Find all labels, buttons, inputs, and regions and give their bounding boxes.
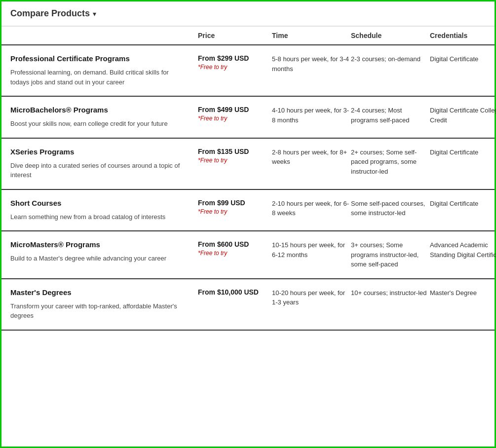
product-desc-professional-certificate: Professional learning, on demand. Build … [10, 68, 188, 87]
credentials-cell-short-courses: Digital Certificate [430, 199, 496, 209]
product-name-short-courses: Short Courses [10, 199, 188, 207]
schedule-cell-short-courses: Some self-paced courses, some instructor… [351, 199, 430, 218]
col-header-credentials: Credentials [430, 32, 496, 39]
product-name-masters-degrees: Master's Degrees [10, 288, 188, 297]
product-info-microbachelors: MicroBachelors® Programs Boost your skil… [10, 106, 198, 129]
price-free-micromasters: *Free to try [198, 250, 272, 257]
credentials-cell-professional-certificate: Digital Certificate [430, 54, 496, 64]
schedule-cell-professional-certificate: 2-3 courses; on-demand [351, 54, 430, 64]
price-free-professional-certificate: *Free to try [198, 64, 272, 71]
product-info-short-courses: Short Courses Learn something new from a… [10, 199, 198, 222]
table-rows: Professional Certificate Programs Profes… [1, 45, 495, 331]
price-block-professional-certificate: From $299 USD *Free to try [198, 54, 272, 71]
price-main-xseries: From $135 USD [198, 148, 272, 155]
credentials-cell-micromasters: Advanced Academic Standing Digital Certi… [430, 240, 496, 260]
product-info-professional-certificate: Professional Certificate Programs Profes… [10, 54, 198, 87]
product-desc-microbachelors: Boost your skills now, earn college cred… [10, 119, 188, 129]
product-name-micromasters: MicroMasters® Programs [10, 240, 188, 249]
table-headers: Price Time Schedule Credentials [1, 27, 495, 45]
product-desc-micromasters: Build to a Master's degree while advanci… [10, 254, 188, 263]
compare-products-container: Compare Products ▾ Price Time Schedule C… [0, 0, 496, 448]
table-row: XSeries Programs Dive deep into a curate… [1, 139, 495, 190]
col-header-name [10, 32, 198, 39]
price-block-micromasters: From $600 USD *Free to try [198, 240, 272, 257]
col-header-schedule: Schedule [351, 32, 430, 39]
price-free-xseries: *Free to try [198, 157, 272, 164]
price-main-masters-degrees: From $10,000 USD [198, 288, 272, 296]
product-name-professional-certificate: Professional Certificate Programs [10, 54, 188, 63]
time-cell-xseries: 2-8 hours per week, for 8+ weeks [272, 148, 351, 167]
price-main-short-courses: From $99 USD [198, 199, 272, 207]
time-cell-professional-certificate: 5-8 hours per week, for 3-4 months [272, 54, 351, 74]
table-row: Short Courses Learn something new from a… [1, 190, 495, 232]
product-desc-short-courses: Learn something new from a broad catalog… [10, 212, 188, 222]
product-info-masters-degrees: Master's Degrees Transform your career w… [10, 288, 198, 321]
schedule-cell-microbachelors: 2-4 courses; Most programs self-paced [351, 106, 430, 125]
price-block-short-courses: From $99 USD *Free to try [198, 199, 272, 215]
price-free-short-courses: *Free to try [198, 208, 272, 215]
product-desc-xseries: Dive deep into a curated series of cours… [10, 161, 188, 180]
product-name-microbachelors: MicroBachelors® Programs [10, 106, 188, 114]
credentials-cell-microbachelors: Digital Certificate College Credit [430, 106, 496, 125]
product-info-micromasters: MicroMasters® Programs Build to a Master… [10, 240, 198, 263]
col-header-price: Price [198, 32, 272, 39]
table-row: Professional Certificate Programs Profes… [1, 45, 495, 97]
price-main-micromasters: From $600 USD [198, 240, 272, 248]
price-main-professional-certificate: From $299 USD [198, 54, 272, 62]
table-row: MicroMasters® Programs Build to a Master… [1, 231, 495, 279]
time-cell-microbachelors: 4-10 hours per week, for 3-8 months [272, 106, 351, 125]
compare-title: Compare Products [10, 8, 90, 19]
product-table: Price Time Schedule Credentials Professi… [1, 27, 495, 331]
schedule-cell-xseries: 2+ courses; Some self-paced programs, so… [351, 148, 430, 177]
compare-header[interactable]: Compare Products ▾ [1, 1, 495, 27]
schedule-cell-masters-degrees: 10+ courses; instructor-led [351, 288, 430, 298]
product-desc-masters-degrees: Transform your career with top-ranked, a… [10, 301, 188, 321]
price-free-microbachelors: *Free to try [198, 115, 272, 122]
price-block-masters-degrees: From $10,000 USD [198, 288, 272, 296]
time-cell-masters-degrees: 10-20 hours per week, for 1-3 years [272, 288, 351, 307]
time-cell-micromasters: 10-15 hours per week, for 6-12 months [272, 240, 351, 260]
price-block-xseries: From $135 USD *Free to try [198, 148, 272, 164]
table-row: Master's Degrees Transform your career w… [1, 279, 495, 331]
credentials-cell-masters-degrees: Master's Degree [430, 288, 496, 298]
credentials-cell-xseries: Digital Certificate [430, 148, 496, 157]
table-row: MicroBachelors® Programs Boost your skil… [1, 97, 495, 139]
chevron-down-icon: ▾ [93, 10, 96, 18]
price-main-microbachelors: From $499 USD [198, 106, 272, 113]
schedule-cell-micromasters: 3+ courses; Some programs instructor-led… [351, 240, 430, 269]
time-cell-short-courses: 2-10 hours per week, for 6-8 weeks [272, 199, 351, 218]
product-info-xseries: XSeries Programs Dive deep into a curate… [10, 148, 198, 180]
price-block-microbachelors: From $499 USD *Free to try [198, 106, 272, 122]
col-header-time: Time [272, 32, 351, 39]
product-name-xseries: XSeries Programs [10, 148, 188, 156]
